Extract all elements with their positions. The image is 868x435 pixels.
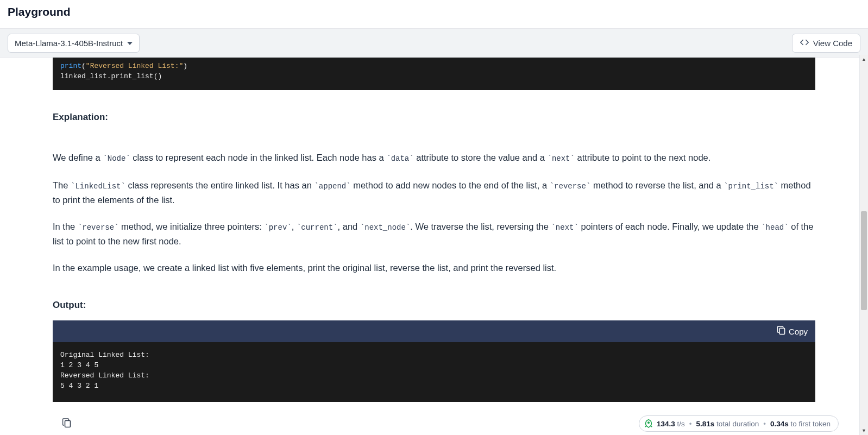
text: class to represent each node in the link… — [130, 153, 386, 162]
text: attribute to point to the next node. — [575, 153, 710, 162]
copy-output-button[interactable]: Copy — [777, 326, 808, 337]
inline-code: `prev` — [264, 223, 291, 232]
output-block-body: Original Linked List: 1 2 3 4 5 Reversed… — [53, 342, 815, 402]
main-content-scroll[interactable]: print("Reversed Linked List:") linked_li… — [0, 58, 868, 435]
text: method, we initialize three pointers: — [119, 222, 265, 231]
stats-total-duration: 5.81s total duration — [696, 420, 759, 428]
stats-sep: • — [762, 420, 767, 428]
rocket-icon — [644, 419, 653, 428]
response-footer: 134.3 t/s • 5.81s total duration • 0.34s… — [53, 413, 844, 434]
output-block-header: Copy — [53, 320, 815, 342]
code-keyword: print — [60, 62, 81, 70]
explanation-heading: Explanation: — [53, 112, 815, 123]
inline-code: `next` — [551, 223, 578, 232]
paragraph: In the example usage, we create a linked… — [53, 261, 815, 275]
toolbar: Meta-Llama-3.1-405B-Instruct View Code — [0, 28, 868, 58]
inline-code: `reverse` — [550, 182, 591, 191]
vertical-scrollbar[interactable]: ▲ ▼ — [859, 55, 868, 435]
svg-rect-1 — [65, 420, 71, 427]
code-string: "Reversed Linked List:" — [86, 62, 183, 70]
svg-point-2 — [648, 422, 650, 424]
text: class represents the entire linked list.… — [125, 180, 315, 190]
view-code-label: View Code — [813, 39, 852, 48]
text: method to reverse the list, and a — [590, 180, 724, 190]
code-brackets-icon — [800, 39, 809, 48]
copy-response-button[interactable] — [60, 416, 73, 432]
output-block: Copy Original Linked List: 1 2 3 4 5 Rev… — [53, 320, 815, 402]
explanation-body: We define a `Node` class to represent ea… — [53, 151, 815, 275]
text: The — [53, 180, 71, 190]
view-code-button[interactable]: View Code — [792, 34, 860, 53]
svg-rect-0 — [779, 328, 784, 334]
scrollbar-thumb[interactable] — [861, 211, 867, 310]
text: We define a — [53, 153, 103, 162]
text: . We traverse the list, reversing the — [410, 222, 551, 231]
scroll-down-arrow-icon[interactable]: ▼ — [860, 426, 868, 435]
response-content: print("Reversed Linked List:") linked_li… — [0, 58, 868, 434]
copy-label: Copy — [789, 327, 808, 336]
scroll-up-arrow-icon[interactable]: ▲ — [860, 55, 868, 64]
inline-code: `reverse` — [78, 223, 119, 232]
text: attribute to store the value and a — [414, 153, 548, 162]
code-text: linked_list.print_list() — [60, 72, 162, 80]
inline-code: `print_list` — [724, 182, 778, 191]
code-text: ) — [183, 62, 187, 70]
text: pointers of each node. Finally, we updat… — [578, 222, 761, 231]
text: method to add new nodes to the end of th… — [351, 180, 550, 190]
code-block-snippet: print("Reversed Linked List:") linked_li… — [53, 58, 815, 90]
text: In the — [53, 222, 78, 231]
paragraph: In the `reverse` method, we initialize t… — [53, 220, 815, 248]
inline-code: `current` — [297, 223, 338, 232]
generation-stats-pill: 134.3 t/s • 5.81s total duration • 0.34s… — [639, 415, 839, 432]
output-heading: Output: — [53, 300, 815, 311]
caret-down-icon — [127, 39, 133, 48]
model-select[interactable]: Meta-Llama-3.1-405B-Instruct — [8, 34, 140, 53]
text: , — [292, 222, 297, 231]
paragraph: The `LinkedList` class represents the en… — [53, 179, 815, 207]
inline-code: `next` — [547, 154, 574, 163]
inline-code: `head` — [761, 223, 788, 232]
code-text: ( — [81, 62, 86, 70]
inline-code: `LinkedList` — [71, 182, 125, 191]
stats-sep: • — [688, 420, 693, 428]
page-title: Playground — [0, 0, 868, 28]
inline-code: `append` — [314, 182, 350, 191]
paragraph: We define a `Node` class to represent ea… — [53, 151, 815, 166]
stats-rate: 134.3 t/s — [657, 420, 685, 428]
model-select-label: Meta-Llama-3.1-405B-Instruct — [15, 39, 123, 48]
text: , and — [338, 222, 360, 231]
inline-code: `next_node` — [360, 223, 410, 232]
inline-code: `data` — [386, 154, 413, 163]
inline-code: `Node` — [103, 154, 130, 163]
stats-first-token: 0.34s to first token — [770, 420, 831, 428]
copy-icon — [777, 326, 785, 337]
